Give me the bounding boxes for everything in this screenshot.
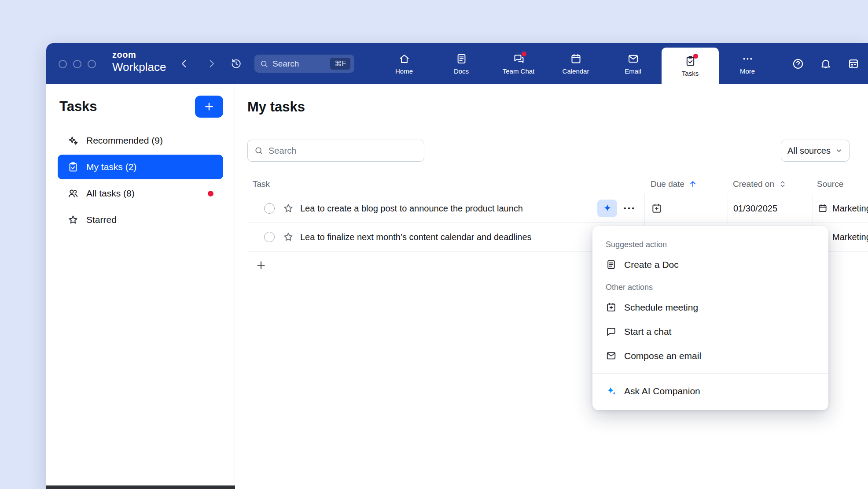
- due-date-cell: [644, 194, 728, 222]
- table-header-row: Task Due date Created on Source: [247, 174, 868, 194]
- search-shortcut-badge: ⌘F: [330, 58, 350, 70]
- topbar-utilities: [792, 43, 860, 84]
- clipboard-check-icon: [67, 161, 79, 173]
- nav-item-docs[interactable]: Docs: [433, 43, 490, 84]
- primary-navigation: Home Docs Team Chat Calendar: [375, 43, 776, 84]
- tasks-icon: [684, 55, 696, 67]
- brand-logo: zoom Workplace: [112, 50, 166, 74]
- zoom-workplace-window: zoom Workplace Search ⌘F Home: [46, 43, 868, 489]
- menu-divider: [592, 373, 828, 374]
- suggested-action-label: Suggested action: [592, 237, 828, 252]
- nav-label: Team Chat: [503, 67, 535, 75]
- task-title: Lea to create a blog post to announce th…: [300, 204, 523, 214]
- email-icon: [627, 53, 639, 65]
- star-toggle-icon[interactable]: [283, 203, 294, 214]
- task-title: Lea to finalize next month’s content cal…: [300, 232, 532, 242]
- sidebar-item-label: My tasks (2): [86, 162, 136, 172]
- column-header-created-on[interactable]: Created on: [728, 174, 813, 194]
- column-header-task: Task: [247, 174, 644, 194]
- window-button-minimize[interactable]: [73, 60, 81, 68]
- task-complete-checkbox[interactable]: [264, 232, 275, 242]
- sidebar-item-recommended[interactable]: Recommended (9): [58, 128, 223, 153]
- sidebar-item-label: All tasks (8): [86, 188, 135, 199]
- nav-item-calendar[interactable]: Calendar: [547, 43, 604, 84]
- people-icon: [67, 188, 79, 199]
- search-icon: [254, 146, 264, 156]
- menu-item-compose-email[interactable]: Compose an email: [592, 344, 828, 368]
- product-name: Workplace: [112, 60, 166, 74]
- nav-item-more[interactable]: More: [719, 43, 776, 84]
- sidebar-item-label: Recommended (9): [86, 135, 163, 146]
- sort-ascending-icon[interactable]: [688, 180, 697, 189]
- calendar-icon: [570, 53, 582, 65]
- task-search-input[interactable]: [268, 146, 418, 156]
- topbar: zoom Workplace Search ⌘F Home: [46, 43, 868, 84]
- sidebar-item-all-tasks[interactable]: All tasks (8): [58, 181, 223, 206]
- task-search-field[interactable]: [247, 140, 424, 162]
- ai-sparkle-icon: [602, 203, 613, 214]
- row-more-button[interactable]: [622, 201, 636, 216]
- sidebar-item-starred[interactable]: Starred: [58, 207, 223, 232]
- nav-label: More: [740, 67, 755, 75]
- ai-companion-actions-button[interactable]: [597, 200, 617, 217]
- zoom-logo: zoom: [112, 50, 166, 59]
- global-search[interactable]: Search ⌘F: [254, 55, 354, 73]
- window-button-zoom[interactable]: [88, 60, 96, 68]
- source-filter-value: All sources: [787, 146, 831, 156]
- menu-item-create-doc[interactable]: Create a Doc: [592, 252, 828, 277]
- chevron-down-icon: [835, 147, 843, 155]
- doc-icon: [606, 259, 617, 270]
- window-bottom-edge: [46, 485, 235, 489]
- task-complete-checkbox[interactable]: [264, 203, 275, 214]
- plus-icon: [255, 259, 267, 271]
- suggested-actions-menu: Suggested action Create a Doc Other acti…: [592, 226, 828, 410]
- menu-item-schedule-meeting[interactable]: Schedule meeting: [592, 295, 828, 319]
- nav-item-email[interactable]: Email: [604, 43, 662, 84]
- task-cell: Lea to finalize next month’s content cal…: [247, 223, 644, 251]
- add-due-date-button[interactable]: [651, 203, 662, 214]
- global-search-placeholder: Search: [272, 59, 299, 69]
- menu-item-start-chat[interactable]: Start a chat: [592, 319, 828, 344]
- nav-label: Docs: [454, 67, 469, 75]
- sidebar-item-label: Starred: [86, 215, 117, 225]
- back-button[interactable]: [178, 58, 190, 70]
- page-title: My tasks: [247, 99, 305, 115]
- sidebar-item-my-tasks[interactable]: My tasks (2): [58, 155, 223, 179]
- nav-label: Calendar: [563, 67, 589, 75]
- forward-button[interactable]: [206, 58, 217, 70]
- sort-toggle-icon[interactable]: [778, 180, 787, 189]
- docs-icon: [456, 53, 467, 65]
- nav-item-team-chat[interactable]: Team Chat: [490, 43, 547, 84]
- calendar-widget-button[interactable]: [847, 58, 860, 70]
- column-header-due-date[interactable]: Due date: [644, 174, 728, 194]
- search-icon: [260, 59, 268, 68]
- nav-item-tasks[interactable]: Tasks: [662, 48, 719, 84]
- source-cell: Marketing: [813, 194, 868, 222]
- help-button[interactable]: [792, 58, 804, 70]
- all-tasks-notification-dot: [208, 191, 213, 196]
- star-icon: [67, 214, 79, 226]
- notifications-bell-button[interactable]: [820, 58, 832, 70]
- task-row[interactable]: Lea to create a blog post to announce th…: [247, 194, 868, 223]
- team-chat-notification-dot: [522, 52, 526, 56]
- star-toggle-icon[interactable]: [283, 231, 294, 243]
- calendar-plus-icon: [606, 302, 617, 313]
- source-filter-dropdown[interactable]: All sources: [781, 140, 850, 162]
- tasks-notification-dot: [693, 54, 698, 59]
- row-actions: [597, 200, 644, 217]
- window-button-close[interactable]: [59, 60, 67, 68]
- sidebar-title: Tasks: [59, 99, 97, 115]
- sparkle-icon: [67, 135, 79, 146]
- history-icon: [230, 58, 242, 70]
- task-cell: Lea to create a blog post to announce th…: [247, 194, 644, 222]
- plus-icon: [203, 101, 215, 112]
- chevron-left-icon: [178, 58, 190, 70]
- window-controls: [59, 60, 96, 68]
- menu-item-ask-ai-companion[interactable]: Ask AI Companion: [592, 379, 828, 403]
- nav-item-home[interactable]: Home: [375, 43, 433, 84]
- sidebar-list: Recommended (9) My tasks (2) All tasks (…: [46, 128, 235, 232]
- history-button[interactable]: [230, 58, 242, 70]
- ai-companion-icon: [606, 385, 617, 396]
- nav-label: Email: [625, 67, 641, 75]
- new-task-button[interactable]: [195, 96, 223, 118]
